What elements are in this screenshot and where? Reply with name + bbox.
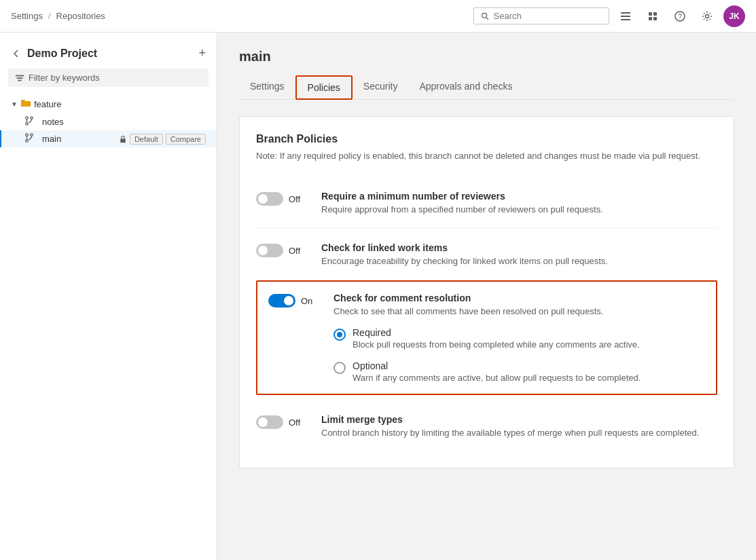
radio-option-optional: Optional Warn if any comments are active…: [334, 360, 705, 383]
header: Settings / Repositories ? JK: [0, 0, 756, 33]
svg-point-0: [482, 13, 487, 18]
chevron-down-icon: ▼: [11, 100, 18, 108]
policy-reviewers-name: Require a minimum number of reviewers: [321, 191, 717, 202]
filter-placeholder: Filter by keywords: [29, 73, 100, 83]
radio-optional-label: Optional: [353, 360, 641, 371]
tab-settings[interactable]: Settings: [239, 75, 295, 100]
filter-input[interactable]: Filter by keywords: [8, 69, 209, 87]
search-box[interactable]: [473, 7, 609, 24]
svg-line-1: [486, 17, 488, 19]
toggle-work-items-wrap: Off: [256, 244, 310, 257]
toggle-work-items[interactable]: [256, 244, 283, 257]
tree-item-feature[interactable]: ▼ feature: [0, 95, 217, 113]
policy-comment-name: Check for comment resolution: [334, 293, 705, 303]
tabs: Settings Policies Security Approvals and…: [239, 75, 734, 100]
main-content: main Settings Policies Security Approval…: [217, 33, 756, 560]
toggle-comment[interactable]: [268, 294, 295, 307]
help-icon[interactable]: ?: [669, 5, 691, 27]
radio-optional[interactable]: [334, 362, 346, 374]
toggle-merge-wrap: Off: [256, 415, 310, 429]
sidebar-header: Demo Project +: [0, 41, 217, 69]
radio-required-desc: Block pull requests from being completed…: [353, 339, 640, 350]
breadcrumb-settings[interactable]: Settings: [11, 11, 43, 21]
tree-item-feature-label: feature: [34, 99, 206, 109]
toggle-work-items-label: Off: [289, 246, 300, 256]
breadcrumb-repositories[interactable]: Repositories: [56, 11, 105, 21]
tree-item-main[interactable]: main Default Compare: [0, 130, 217, 147]
svg-point-20: [31, 134, 33, 136]
svg-point-19: [26, 140, 29, 143]
svg-point-18: [26, 134, 29, 136]
card-title: Branch Policies: [256, 133, 717, 145]
badge-default[interactable]: Default: [130, 134, 163, 145]
radio-optional-info: Optional Warn if any comments are active…: [353, 360, 641, 383]
svg-rect-4: [621, 19, 630, 20]
toggle-merge[interactable]: [256, 415, 283, 429]
svg-rect-6: [653, 12, 657, 16]
svg-rect-5: [649, 12, 652, 16]
svg-rect-7: [649, 17, 652, 20]
badge-compare[interactable]: Compare: [166, 134, 206, 145]
page-title: main: [239, 49, 734, 64]
tree-item-main-badges: Default Compare: [130, 134, 206, 145]
svg-rect-13: [17, 77, 23, 79]
svg-rect-12: [16, 75, 24, 76]
extensions-icon[interactable]: [642, 5, 664, 27]
policy-work-items: Off Check for linked work items Encourag…: [256, 229, 717, 280]
svg-point-15: [26, 117, 29, 119]
toggle-comment-label: On: [301, 296, 312, 306]
sub-options: Required Block pull requests from being …: [334, 327, 705, 383]
policy-reviewers-desc: Require approval from a specified number…: [321, 204, 717, 214]
toggle-reviewers[interactable]: [256, 192, 283, 206]
tree-item-notes[interactable]: notes: [0, 113, 217, 130]
policy-reviewers-info: Require a minimum number of reviewers Re…: [321, 191, 717, 214]
svg-rect-14: [18, 79, 21, 81]
policy-comment-resolution: On Check for comment resolution Check to…: [268, 293, 705, 383]
header-actions: ? JK: [473, 5, 745, 27]
svg-point-16: [26, 123, 29, 126]
branch-icon: [24, 116, 38, 128]
radio-required-label: Required: [353, 327, 640, 338]
svg-text:?: ?: [678, 13, 682, 20]
radio-option-required: Required Block pull requests from being …: [334, 327, 705, 350]
sidebar-title: Demo Project: [27, 48, 97, 60]
tab-security[interactable]: Security: [353, 75, 409, 100]
radio-required[interactable]: [334, 329, 346, 341]
tab-approvals[interactable]: Approvals and checks: [408, 75, 523, 100]
svg-point-11: [706, 14, 709, 18]
branch-policies-card: Branch Policies Note: If any required po…: [239, 116, 734, 468]
tree-item-notes-label: notes: [42, 117, 206, 127]
search-icon: [481, 12, 490, 21]
svg-rect-8: [653, 17, 657, 20]
svg-rect-21: [120, 138, 126, 143]
svg-rect-3: [621, 16, 630, 17]
breadcrumb-separator: /: [48, 11, 51, 21]
tab-policies[interactable]: Policies: [295, 75, 353, 100]
add-button[interactable]: +: [198, 46, 206, 60]
policy-merge-info: Limit merge types Control branch history…: [321, 414, 717, 438]
back-button[interactable]: [11, 48, 22, 59]
sidebar: Demo Project + Filter by keywords ▼ feat…: [0, 33, 217, 560]
policy-comment-desc: Check to see that all comments have been…: [334, 306, 705, 316]
svg-point-17: [31, 117, 33, 119]
policy-merge-name: Limit merge types: [321, 414, 717, 425]
breadcrumb: Settings / Repositories: [11, 11, 105, 21]
lock-icon: [119, 135, 127, 143]
policy-comment-info: Check for comment resolution Check to se…: [334, 293, 705, 383]
policy-reviewers: Off Require a minimum number of reviewer…: [256, 177, 717, 229]
folder-icon: [20, 98, 34, 111]
policy-merge-types: Off Limit merge types Control branch his…: [256, 400, 717, 451]
avatar[interactable]: JK: [723, 5, 745, 27]
policy-work-items-info: Check for linked work items Encourage tr…: [321, 242, 717, 266]
svg-rect-2: [621, 12, 630, 14]
toggle-comment-wrap: On: [268, 294, 323, 307]
branch-icon-main: [24, 133, 38, 145]
list-icon[interactable]: [615, 5, 636, 27]
toggle-merge-label: Off: [289, 417, 300, 428]
toggle-reviewers-label: Off: [289, 194, 300, 204]
settings-icon[interactable]: [696, 5, 718, 27]
filter-bar: Filter by keywords: [8, 69, 209, 87]
card-note: Note: If any required policy is enabled,…: [256, 151, 717, 161]
filter-icon: [15, 73, 24, 83]
search-input[interactable]: [494, 11, 602, 21]
